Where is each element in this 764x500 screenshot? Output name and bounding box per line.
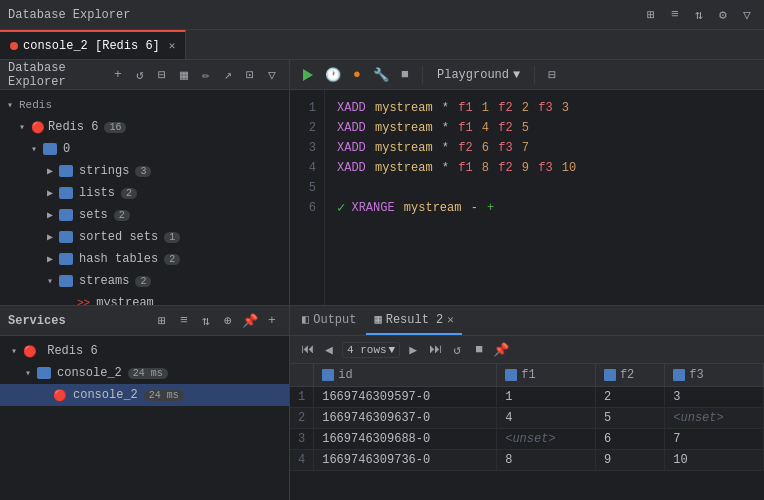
col-f1[interactable]: f1 — [497, 364, 596, 387]
tree-mystream[interactable]: ▶ >> mystream — [0, 292, 289, 305]
col-f2[interactable]: f2 — [595, 364, 664, 387]
list2-icon[interactable]: ≡ — [175, 312, 193, 330]
arrow-icon: ▾ — [4, 99, 16, 111]
pin2-icon[interactable]: 📌 — [492, 341, 510, 359]
cell-f3-2: <unset> — [665, 408, 764, 429]
tab-output-label: Output — [313, 313, 356, 327]
field-f2: f2 — [491, 118, 513, 138]
tab-output[interactable]: ◧ Output — [294, 307, 364, 335]
line-num-3: 3 — [290, 138, 324, 158]
editor-area: 🕐 ● 🔧 ■ Playground ▼ ⊟ 1 2 3 4 5 6 — [290, 60, 764, 305]
tree-sets[interactable]: ▶ sets 2 — [0, 204, 289, 226]
sort-icon[interactable]: ⇅ — [690, 6, 708, 24]
sidebar-filter-icon[interactable]: ▽ — [263, 66, 281, 84]
tree-redis-section[interactable]: ▾ Redis — [0, 94, 289, 116]
list-icon[interactable]: ≡ — [666, 6, 684, 24]
edit-icon[interactable]: ✏ — [197, 66, 215, 84]
badge-console2-active: 24 ms — [144, 390, 184, 401]
cell-id-4: 1669746309736-0 — [314, 450, 497, 471]
services-panel: Services ⊞ ≡ ⇅ ⊕ 📌 + ▾ 🔴 Redis 6 — [0, 306, 290, 500]
table-view-icon[interactable]: ⊟ — [543, 66, 561, 84]
stop2-icon[interactable]: ■ — [470, 341, 488, 359]
output-panel: ◧ Output ▦ Result 2 ✕ ⏮ ◀ 4 rows ▼ ▶ ⏭ ↺ — [290, 306, 764, 500]
next-icon[interactable]: ▶ — [404, 341, 422, 359]
tree-sorted-sets[interactable]: ▶ sorted sets 1 — [0, 226, 289, 248]
keyword-xadd: XADD — [337, 118, 366, 138]
code-line-1: XADD mystream * f1 1 f2 2 f3 3 — [337, 98, 752, 118]
tab-console2[interactable]: console_2 [Redis 6] ✕ — [0, 30, 186, 59]
services-toolbar: ⊞ ≡ ⇅ ⊕ 📌 + — [153, 312, 281, 330]
export-icon[interactable]: ↗ — [219, 66, 237, 84]
table-row: 1 1669746309597-0 1 2 3 — [290, 387, 764, 408]
service-console2-parent[interactable]: ▾ console_2 24 ms — [0, 362, 289, 384]
arrow-icon: ▾ — [22, 367, 34, 379]
settings-icon[interactable]: ⚙ — [714, 6, 732, 24]
add2-icon[interactable]: + — [263, 312, 281, 330]
badge-console2: 24 ms — [128, 368, 168, 379]
col-f3[interactable]: f3 — [665, 364, 764, 387]
tree-strings[interactable]: ▶ strings 3 — [0, 160, 289, 182]
tree-label-lists: lists — [79, 186, 115, 200]
code-line-4: XADD mystream * f1 8 f2 9 f3 10 — [337, 158, 752, 178]
grid2-icon[interactable]: ⊞ — [153, 312, 171, 330]
pin-icon[interactable]: 📌 — [241, 312, 259, 330]
circle-icon[interactable]: ● — [348, 66, 366, 84]
run-button[interactable] — [298, 65, 318, 85]
prev-icon[interactable]: ◀ — [320, 341, 338, 359]
cell-f1-1: 1 — [497, 387, 596, 408]
tab-bar: console_2 [Redis 6] ✕ — [0, 30, 764, 60]
last-icon[interactable]: ⏭ — [426, 341, 444, 359]
tree-redis6[interactable]: ▾ 🔴 Redis 6 16 — [0, 116, 289, 138]
table-icon[interactable]: ▦ — [175, 66, 193, 84]
collapse-icon[interactable]: ⊟ — [153, 66, 171, 84]
col-id[interactable]: id — [314, 364, 497, 387]
sidebar-header: Database Explorer + ↺ ⊟ ▦ ✏ ↗ ⊡ ▽ — [0, 60, 289, 90]
tab-result2-close-icon[interactable]: ✕ — [447, 313, 454, 326]
service-redis6[interactable]: ▾ 🔴 Redis 6 — [0, 340, 289, 362]
tab-close-icon[interactable]: ✕ — [169, 39, 176, 52]
cell-id-1: 1669746309597-0 — [314, 387, 497, 408]
badge-streams: 2 — [135, 276, 151, 287]
tree-streams[interactable]: ▾ streams 2 — [0, 270, 289, 292]
field-f3: f3 — [531, 158, 553, 178]
rows-select[interactable]: 4 rows ▼ — [342, 342, 400, 358]
stop-icon[interactable]: ■ — [396, 66, 414, 84]
code-editor[interactable]: 1 2 3 4 5 6 XADD mystream * f1 1 f2 2 f3 — [290, 90, 764, 305]
refresh2-icon[interactable]: ↺ — [448, 341, 466, 359]
add-icon[interactable]: + — [109, 66, 127, 84]
val-7: 7 — [515, 138, 529, 158]
filter-icon[interactable]: ▽ — [738, 6, 756, 24]
row-num-1: 1 — [290, 387, 314, 408]
code-line-2: XADD mystream * f1 4 f2 5 — [337, 118, 752, 138]
stream-name: mystream — [368, 118, 433, 138]
rows-dropdown-icon: ▼ — [389, 344, 396, 356]
image-icon[interactable]: ⊡ — [241, 66, 259, 84]
code-line-6: ✓ XRANGE mystream - + — [337, 198, 752, 218]
col-f2-icon — [604, 369, 616, 381]
folder-icon — [59, 165, 73, 177]
table-header-row: id f1 — [290, 364, 764, 387]
node-icon[interactable]: ⊕ — [219, 312, 237, 330]
check-icon: ✓ — [337, 198, 345, 218]
first-icon[interactable]: ⏮ — [298, 341, 316, 359]
cell-f3-3: 7 — [665, 429, 764, 450]
tab-result2[interactable]: ▦ Result 2 ✕ — [366, 307, 461, 335]
clock-icon[interactable]: 🕐 — [324, 66, 342, 84]
tree-lists[interactable]: ▶ lists 2 — [0, 182, 289, 204]
tree-label-hash-tables: hash tables — [79, 252, 158, 266]
tree-hash-tables[interactable]: ▶ hash tables 2 — [0, 248, 289, 270]
code-line-5 — [337, 178, 752, 198]
service-label-redis6: Redis 6 — [40, 344, 98, 358]
code-lines[interactable]: XADD mystream * f1 1 f2 2 f3 3 XADD myst… — [325, 90, 764, 305]
wrench-icon[interactable]: 🔧 — [372, 66, 390, 84]
service-console2-active[interactable]: ▶ 🔴 console_2 24 ms — [0, 384, 289, 406]
grid-icon[interactable]: ⊞ — [642, 6, 660, 24]
tree-db0[interactable]: ▾ 0 — [0, 138, 289, 160]
row-num-4: 4 — [290, 450, 314, 471]
bottom-main: Services ⊞ ≡ ⇅ ⊕ 📌 + ▾ 🔴 Redis 6 — [0, 306, 764, 500]
tree-badge-redis6: 16 — [104, 122, 126, 133]
field-f2: f2 — [491, 98, 513, 118]
refresh-icon[interactable]: ↺ — [131, 66, 149, 84]
sort2-icon[interactable]: ⇅ — [197, 312, 215, 330]
playground-button[interactable]: Playground ▼ — [431, 66, 526, 84]
